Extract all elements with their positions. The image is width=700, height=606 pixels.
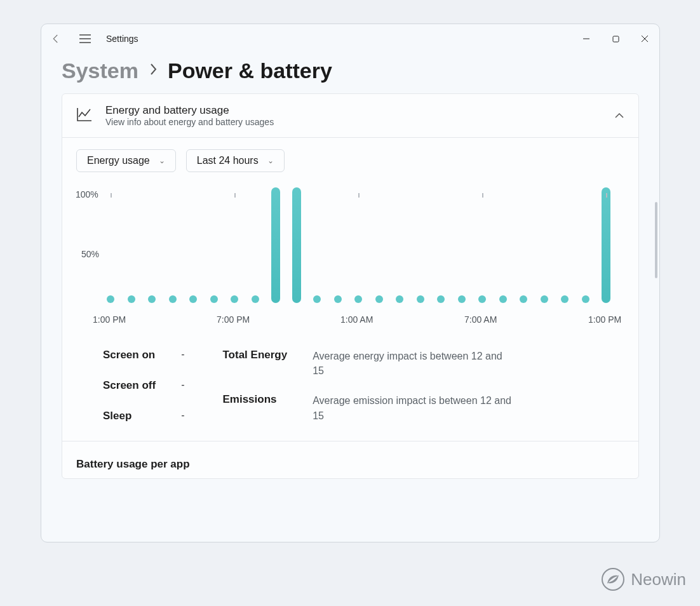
chart-dot[interactable] [169,295,177,303]
metric-dropdown-label: Energy usage [87,155,150,166]
screen-on-value: - [181,349,184,361]
chevron-up-icon [614,110,624,121]
chart-dot[interactable] [478,295,486,303]
chevron-down-icon: ⌄ [267,156,274,165]
chart-dot[interactable] [313,295,321,303]
chart-dot[interactable] [354,295,362,303]
chart-dot[interactable] [231,295,238,303]
back-arrow-icon [50,33,62,44]
maximize-button[interactable] [601,26,630,51]
menu-button[interactable] [71,24,100,53]
sleep-label: Sleep [103,410,156,422]
maximize-icon [612,36,619,43]
x-axis-label: 7:00 AM [464,314,497,325]
chart-dot[interactable] [334,295,342,303]
x-tick [482,193,483,198]
x-axis-label: 7:00 PM [217,314,250,325]
chart-dot[interactable] [458,295,466,303]
range-dropdown[interactable]: Last 24 hours ⌄ [186,149,285,172]
screen-off-label: Screen off [103,379,156,392]
screen-off-value: - [181,379,184,392]
emissions-label: Emissions [222,393,287,422]
total-energy-label: Total Energy [222,349,287,378]
breadcrumb-parent[interactable]: System [62,58,138,83]
x-axis-label: 1:00 PM [588,314,621,325]
settings-window: Settings System Power & battery [41,24,660,542]
panel-subtitle: View info about energy and battery usage… [105,117,274,127]
chart-bar[interactable] [292,187,301,303]
range-dropdown-label: Last 24 hours [197,155,259,166]
energy-panel-header[interactable]: Energy and battery usage View info about… [62,94,638,138]
app-title: Settings [106,34,138,44]
sleep-value: - [181,410,184,422]
chart-dot[interactable] [499,295,507,303]
scrollbar-thumb[interactable] [655,202,657,278]
x-axis-label: 1:00 PM [93,314,126,325]
chart-dot[interactable] [128,295,135,303]
chart-dot[interactable] [541,295,548,303]
screen-on-label: Screen on [103,349,156,361]
chart-dot[interactable] [252,295,259,303]
chart-dot[interactable] [396,295,403,303]
metric-dropdown[interactable]: Energy usage ⌄ [76,149,176,172]
close-button[interactable] [630,26,659,51]
chart-bar[interactable] [602,187,610,303]
chart-bar[interactable] [271,187,280,303]
y-axis-label-50: 50% [81,249,99,259]
breadcrumb: System Power & battery [41,53,659,93]
chart-dot[interactable] [210,295,218,303]
chart-dot[interactable] [375,295,383,303]
hamburger-icon [79,34,91,43]
minimize-button[interactable] [572,26,601,51]
minimize-icon [582,35,590,43]
chart-dot[interactable] [148,295,156,303]
watermark-text: Neowin [631,570,686,589]
svg-point-7 [602,569,624,590]
battery-per-app-header[interactable]: Battery usage per app [62,441,638,478]
chevron-down-icon: ⌄ [159,156,165,165]
titlebar: Settings [41,24,659,53]
stats-area: Screen on - Screen off - Sleep - Total E… [62,339,638,441]
chart-line-icon [76,107,93,125]
close-icon [641,35,649,43]
x-tick [234,193,236,198]
breadcrumb-current: Power & battery [168,58,332,83]
chevron-right-icon [149,62,158,79]
svg-rect-4 [613,36,619,42]
back-button[interactable] [41,24,71,53]
chart-dot[interactable] [582,295,589,303]
y-axis-label-100: 100% [76,189,98,199]
chart-dot[interactable] [561,295,569,303]
watermark: Neowin [602,568,686,591]
energy-chart: 100% 50% 1:00 PM7:00 PM1:00 AM7:00 AM1:0… [62,172,638,339]
chart-dot[interactable] [107,295,114,303]
energy-card: Energy and battery usage View info about… [62,93,639,479]
chart-dot[interactable] [437,295,445,303]
neowin-logo-icon [602,568,624,591]
chart-dot[interactable] [189,295,197,303]
window-controls [572,26,659,51]
chart-dot[interactable] [417,295,424,303]
x-tick [111,193,112,198]
emissions-desc: Average emission impact is between 12 an… [313,393,515,422]
x-axis-label: 1:00 AM [340,314,373,325]
panel-title: Energy and battery usage [105,104,274,117]
chart-dot[interactable] [520,295,527,303]
x-tick [358,193,360,198]
total-energy-desc: Average energy impact is between 12 and … [313,349,515,378]
x-tick [606,193,607,198]
